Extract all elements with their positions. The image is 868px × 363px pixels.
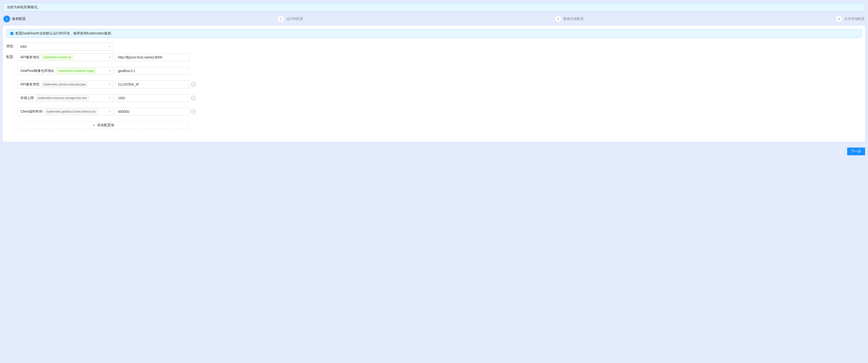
remove-config-button[interactable]: − — [191, 82, 195, 87]
config-key-tag: kubernetes.resource.storage.limit.size — [36, 95, 89, 101]
step-title: 运行时配置 — [286, 17, 303, 21]
chevron-down-icon: ▾ — [109, 69, 111, 73]
type-select[interactable]: K8S ▾ — [18, 43, 113, 51]
type-row: 类型: K8S ▾ — [6, 43, 862, 51]
step-data-storage-config[interactable]: 3 数据存储配置 — [555, 16, 584, 22]
config-key-select[interactable]: 存储上限 kubernetes.resource.storage.limit.s… — [18, 94, 113, 102]
step-number: 2 — [277, 16, 284, 22]
step-runtime-config[interactable]: 2 运行时配置 — [277, 16, 303, 22]
type-value: K8S — [20, 45, 27, 49]
inner-alert: i 配置GeaFlow作业的默认运行时环境，推荐使用Kubernetes集群。 — [6, 29, 862, 38]
config-line: API服务类型 kubernetes.service.exposed.type … — [18, 81, 195, 88]
minus-icon: − — [192, 110, 194, 113]
config-key-label: 存储上限 — [20, 96, 34, 100]
config-key-label: API服务地址 — [20, 55, 39, 59]
config-key-label: API服务类型 — [20, 82, 39, 87]
type-label: 类型: — [6, 43, 16, 49]
config-key-tag: kubernetes.service.exposed.type — [41, 82, 88, 87]
remove-config-button[interactable]: − — [191, 109, 195, 114]
config-lines: API服务地址 kubernetes.master.url ▾ GeaFlow镜… — [18, 53, 195, 129]
config-line: GeaFlow镜像仓库地址 kubernetes.container.image… — [18, 67, 195, 75]
config-row: 配置: API服务地址 kubernetes.master.url ▾ GeaF… — [6, 53, 862, 129]
config-key-tag: kubernetes.master.url — [41, 55, 73, 60]
plus-icon: ＋ — [92, 123, 96, 128]
minus-icon: − — [192, 96, 194, 100]
config-line: 存储上限 kubernetes.resource.storage.limit.s… — [18, 94, 195, 102]
config-key-select[interactable]: API服务类型 kubernetes.service.exposed.type … — [18, 81, 113, 88]
config-key-tag: kubernetes.container.image — [56, 68, 96, 74]
config-value-input[interactable] — [115, 81, 189, 88]
config-key-select[interactable]: API服务地址 kubernetes.master.url ▾ — [18, 53, 113, 61]
add-config-label: 添加配置项 — [97, 123, 114, 128]
inner-alert-text: 配置GeaFlow作业的默认运行时环境，推荐使用Kubernetes集群。 — [16, 31, 114, 36]
chevron-down-icon: ▾ — [109, 96, 111, 100]
config-key-label: Client超时时间 — [20, 109, 43, 114]
step-number: 4 — [836, 16, 842, 22]
config-key-tag: kubernetes.geaflow.cluster.timeout.ms — [44, 109, 98, 114]
config-value-input[interactable] — [115, 94, 189, 102]
remove-config-button[interactable]: − — [191, 96, 195, 100]
top-alert: 当前为单机部署模式。 — [3, 3, 865, 12]
step-title: 数据存储配置 — [563, 17, 584, 21]
form-card: i 配置GeaFlow作业的默认运行时环境，推荐使用Kubernetes集群。 … — [3, 26, 865, 142]
footer: 下一步 — [3, 142, 865, 155]
step-title: 集群配置 — [12, 17, 26, 21]
step-cluster-config[interactable]: 1 集群配置 — [3, 16, 26, 22]
step-number: 3 — [555, 16, 561, 22]
chevron-down-icon: ▾ — [109, 56, 111, 59]
config-line: API服务地址 kubernetes.master.url ▾ — [18, 53, 195, 61]
config-key-select[interactable]: Client超时时间 kubernetes.geaflow.cluster.ti… — [18, 108, 113, 115]
steps-bar: 1 集群配置 2 运行时配置 3 数据存储配置 4 文件存储配置 — [3, 16, 865, 22]
config-value-input[interactable] — [115, 67, 189, 75]
chevron-down-icon: ▾ — [109, 83, 111, 86]
next-button[interactable]: 下一步 — [847, 147, 865, 155]
config-key-label: GeaFlow镜像仓库地址 — [20, 69, 54, 73]
config-value-input[interactable] — [115, 53, 189, 61]
info-icon: i — [10, 32, 13, 35]
config-line: Client超时时间 kubernetes.geaflow.cluster.ti… — [18, 108, 195, 115]
step-number: 1 — [3, 16, 10, 22]
add-config-button[interactable]: ＋ 添加配置项 — [18, 121, 189, 129]
config-label: 配置: — [6, 53, 16, 59]
config-key-select[interactable]: GeaFlow镜像仓库地址 kubernetes.container.image… — [18, 67, 113, 75]
top-alert-text: 当前为单机部署模式。 — [7, 5, 41, 9]
chevron-down-icon: ▾ — [109, 45, 111, 48]
step-file-storage-config[interactable]: 4 文件存储配置 — [836, 16, 865, 22]
step-title: 文件存储配置 — [844, 17, 865, 21]
minus-icon: − — [192, 83, 194, 86]
chevron-down-icon: ▾ — [109, 110, 111, 113]
config-value-input[interactable] — [115, 108, 189, 115]
